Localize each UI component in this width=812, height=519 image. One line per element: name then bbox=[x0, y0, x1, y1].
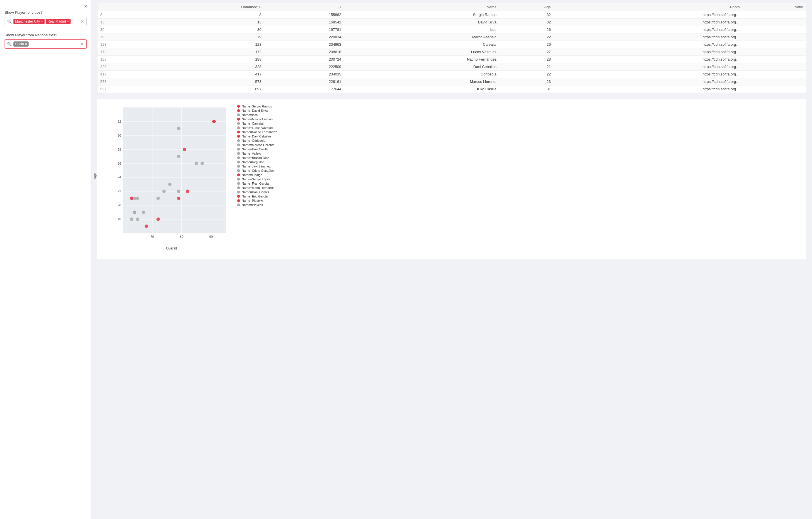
cell-age: 32 bbox=[499, 19, 554, 26]
cell-name: Marcos Llorente bbox=[344, 78, 499, 85]
legend-item: Name=Brahim Díaz bbox=[237, 156, 277, 160]
legend-item: Name=Carvajal bbox=[237, 122, 277, 125]
real-madrid-tag[interactable]: Real Madrid × bbox=[46, 19, 70, 24]
legend-item: Name=Eric García bbox=[237, 195, 277, 198]
cell-photo: https://cdn.sofifa.org… bbox=[554, 26, 743, 33]
spain-remove[interactable]: × bbox=[25, 42, 27, 46]
svg-text:20: 20 bbox=[118, 203, 121, 207]
chart-y-label: Age bbox=[93, 173, 97, 179]
tag-label: Real Madrid bbox=[48, 20, 66, 23]
table-row: 79 79 220834 Marco Asensio 22 https://cd… bbox=[97, 33, 806, 41]
cell-id: 220834 bbox=[264, 33, 344, 41]
cell-unnamed: 79 bbox=[150, 33, 264, 41]
cell-name: David Silva bbox=[344, 19, 499, 26]
table-row: 573 573 226161 Marcos Llorente 23 https:… bbox=[97, 78, 806, 85]
cell-nation bbox=[743, 70, 806, 78]
legend-dot bbox=[237, 143, 240, 146]
scatter-point bbox=[201, 162, 204, 165]
cell-id: 197781 bbox=[264, 26, 344, 33]
legend-item: Name=Fran García bbox=[237, 182, 277, 185]
legend-item: Name=PlayerA bbox=[237, 199, 277, 202]
real-madrid-remove[interactable]: × bbox=[67, 20, 69, 23]
legend-item: Name=Marcos Llorente bbox=[237, 143, 277, 147]
cell-photo: https://cdn.sofifa.org… bbox=[554, 85, 743, 93]
cell-age: 28 bbox=[499, 56, 554, 63]
nationalities-tag-input[interactable]: 🔍 Spain × ✕ bbox=[5, 39, 87, 49]
scatter-point bbox=[133, 211, 136, 214]
cell-index: 8 bbox=[97, 11, 150, 19]
legend-label: Name=Nacho Fernández bbox=[242, 130, 277, 134]
cell-photo: https://cdn.sofifa.org… bbox=[554, 41, 743, 48]
scatter-point bbox=[177, 154, 180, 158]
cell-nation bbox=[743, 41, 806, 48]
col-name: Name bbox=[344, 3, 499, 11]
svg-rect-0 bbox=[123, 108, 226, 233]
cell-id: 168542 bbox=[264, 19, 344, 26]
scatter-point bbox=[177, 197, 180, 200]
search-icon: 🔍 bbox=[7, 42, 12, 46]
legend-item: Name=David Silva bbox=[237, 109, 277, 112]
spain-tag[interactable]: Spain × bbox=[13, 41, 29, 47]
cell-index: 697 bbox=[97, 85, 150, 93]
scatter-plot: 7080901820222426283032 bbox=[111, 102, 231, 244]
cell-name: Odriozola bbox=[344, 70, 499, 78]
cell-photo: https://cdn.sofifa.org… bbox=[554, 33, 743, 41]
cell-nation bbox=[743, 85, 806, 93]
table-row: 328 328 222509 Dani Ceballos 21 https://… bbox=[97, 63, 806, 70]
nationalities-clear-all-button[interactable]: ✕ bbox=[80, 41, 84, 47]
scatter-point bbox=[177, 190, 180, 193]
cell-nation bbox=[743, 26, 806, 33]
legend-dot bbox=[237, 131, 240, 134]
legend-label: Name=Kiko Casilla bbox=[242, 147, 268, 151]
cell-nation bbox=[743, 78, 806, 85]
legend-label: Name=Brahim Díaz bbox=[242, 156, 269, 160]
legend-dot bbox=[237, 135, 240, 138]
legend-item: Name=Dani Gómez bbox=[237, 190, 277, 194]
legend-dot bbox=[237, 195, 240, 198]
cell-photo: https://cdn.sofifa.org… bbox=[554, 19, 743, 26]
legend-label: Name=Cristo González bbox=[242, 169, 274, 172]
cell-photo: https://cdn.sofifa.org… bbox=[554, 48, 743, 56]
legend-item: Name=Dani Ceballos bbox=[237, 135, 277, 138]
cell-id: 177644 bbox=[264, 85, 344, 93]
cell-age: 23 bbox=[499, 78, 554, 85]
manchester-city-remove[interactable]: × bbox=[41, 20, 43, 23]
table-row: 8 8 155862 Sergio Ramos 32 https://cdn.s… bbox=[97, 11, 806, 19]
cell-nation bbox=[743, 63, 806, 70]
nationalities-section-label: Show Player from Nationalities? bbox=[5, 33, 87, 37]
legend-item: Name=Lucas Vázquez bbox=[237, 126, 277, 129]
scatter-point bbox=[145, 225, 148, 228]
clubs-tag-input[interactable]: 🔍 Manchester City × Real Madrid × ✕ bbox=[5, 17, 87, 26]
legend-dot bbox=[237, 126, 240, 129]
legend-item: Name=Vallejo bbox=[237, 152, 277, 155]
cell-name: Dani Ceballos bbox=[344, 63, 499, 70]
cell-id: 222509 bbox=[264, 63, 344, 70]
legend-dot bbox=[237, 113, 240, 116]
col-index bbox=[97, 3, 150, 11]
legend-dot bbox=[237, 156, 240, 159]
manchester-city-tag[interactable]: Manchester City × bbox=[13, 19, 45, 24]
cell-age: 22 bbox=[499, 70, 554, 78]
scatter-point bbox=[156, 218, 160, 221]
legend-dot bbox=[237, 161, 240, 164]
cell-photo: https://cdn.sofifa.org… bbox=[554, 78, 743, 85]
cell-index: 123 bbox=[97, 41, 150, 48]
close-button[interactable]: × bbox=[84, 3, 87, 9]
scatter-point bbox=[156, 197, 160, 200]
svg-text:70: 70 bbox=[151, 235, 154, 238]
clubs-clear-all-button[interactable]: ✕ bbox=[80, 19, 84, 24]
legend-item: Name=Reguilón bbox=[237, 160, 277, 164]
table-row: 13 13 168542 David Silva 32 https://cdn.… bbox=[97, 19, 806, 26]
legend-label: Name=Fidalgo bbox=[242, 173, 262, 177]
cell-age: 22 bbox=[499, 33, 554, 41]
legend-dot bbox=[237, 152, 240, 155]
col-age: Age bbox=[499, 3, 554, 11]
cell-photo: https://cdn.sofifa.org… bbox=[554, 56, 743, 63]
legend-dot bbox=[237, 109, 240, 112]
cell-age: 21 bbox=[499, 63, 554, 70]
legend-label: Name=Vallejo bbox=[242, 152, 261, 155]
svg-text:22: 22 bbox=[118, 190, 121, 193]
data-table: Unnamed: 0 ID Name Age Photo Natio 8 8 1… bbox=[97, 3, 806, 93]
search-icon: 🔍 bbox=[7, 20, 12, 24]
scatter-point bbox=[186, 190, 189, 193]
